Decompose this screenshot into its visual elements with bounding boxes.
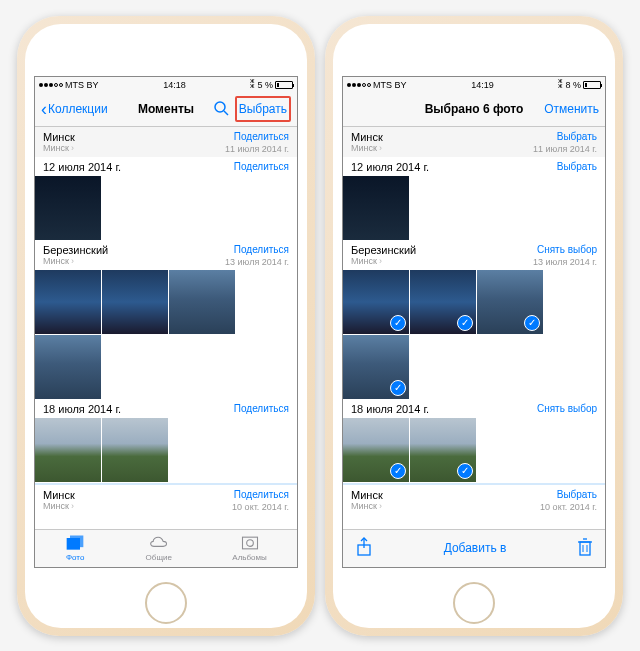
section-header[interactable]: МинскМинск › Выбрать10 окт. 2014 г. [343, 485, 605, 515]
photo-thumbnail[interactable]: ✓ [343, 418, 409, 482]
screen-left: MTS BY 14:18 ⁑ 5 % ‹ Коллекции Моменты В… [34, 76, 298, 568]
select-link[interactable]: Выбрать [533, 131, 597, 142]
checkmark-icon: ✓ [390, 380, 406, 396]
home-button[interactable] [145, 582, 187, 624]
nav-bar: Выбрано 6 фото Отменить [343, 93, 605, 127]
battery-label: 5 % [257, 80, 273, 90]
photo-thumbnail[interactable]: ✓ [410, 270, 476, 334]
section-subtitle: Минск › [43, 143, 75, 153]
section-title: Минск [43, 489, 75, 501]
checkmark-icon: ✓ [457, 463, 473, 479]
deselect-link[interactable]: Снять выбор [537, 403, 597, 414]
photo-thumbnail[interactable]: ✓ [410, 418, 476, 482]
bluetooth-icon: ⁑ [558, 80, 563, 90]
photo-thumbnail[interactable] [169, 270, 235, 334]
section-header[interactable]: МинскМинск › Поделиться10 окт. 2014 г. [35, 485, 297, 515]
section-title: Минск [351, 131, 383, 143]
svg-rect-4 [242, 537, 257, 549]
svg-line-1 [224, 111, 228, 115]
trash-icon[interactable] [577, 537, 593, 560]
section-header[interactable]: 12 июля 2014 г. Поделиться [35, 157, 297, 176]
section-date: 10 окт. 2014 г. [232, 502, 289, 512]
section-title: Минск [43, 131, 75, 143]
chevron-left-icon: ‹ [41, 99, 47, 120]
time-label: 14:19 [471, 80, 494, 90]
tab-photos[interactable]: Фото [65, 534, 85, 562]
checkmark-icon: ✓ [390, 463, 406, 479]
section-subtitle: Минск › [351, 256, 416, 266]
photo-thumbnail[interactable] [35, 270, 101, 334]
photo-thumbnail[interactable] [102, 418, 168, 482]
share-link[interactable]: Поделиться [234, 161, 289, 172]
svg-rect-8 [580, 542, 590, 555]
section-date: 13 июля 2014 г. [225, 257, 289, 267]
albums-icon [240, 534, 260, 552]
cloud-icon [149, 534, 169, 552]
nav-title: Выбрано 6 фото [425, 102, 524, 116]
section-header[interactable]: 18 июля 2014 г. Снять выбор [343, 399, 605, 418]
photo-thumbnail[interactable] [35, 176, 101, 240]
section-subtitle: Минск › [43, 256, 108, 266]
back-button[interactable]: ‹ Коллекции [41, 99, 108, 120]
select-button[interactable]: Выбрать [235, 96, 291, 122]
battery-icon [583, 81, 601, 89]
share-link[interactable]: Поделиться [232, 489, 289, 500]
checkmark-icon: ✓ [524, 315, 540, 331]
carrier-label: MTS BY [373, 80, 407, 90]
bluetooth-icon: ⁑ [250, 80, 255, 90]
section-date: 11 июля 2014 г. [533, 144, 597, 154]
section-title: 18 июля 2014 г. [351, 403, 429, 415]
content[interactable]: МинскМинск › Выбрать11 июля 2014 г. 12 и… [343, 127, 605, 529]
photo-thumbnail[interactable]: ✓ [477, 270, 543, 334]
tab-shared[interactable]: Общие [146, 534, 172, 562]
section-subtitle: Минск › [351, 501, 383, 511]
section-title: 18 июля 2014 г. [43, 403, 121, 415]
svg-point-5 [246, 540, 253, 547]
search-icon[interactable] [213, 100, 229, 118]
photo-thumbnail[interactable] [343, 176, 409, 240]
photo-thumbnail[interactable] [102, 270, 168, 334]
content[interactable]: МинскМинск › Поделиться11 июля 2014 г. 1… [35, 127, 297, 529]
tab-albums[interactable]: Альбомы [232, 534, 266, 562]
battery-icon [275, 81, 293, 89]
tab-label: Общие [146, 553, 172, 562]
section-subtitle: Минск › [351, 143, 383, 153]
tab-label: Фото [66, 553, 84, 562]
section-header[interactable]: МинскМинск › Поделиться11 июля 2014 г. [35, 127, 297, 157]
section-date: 13 июля 2014 г. [533, 257, 597, 267]
addto-button[interactable]: Добавить в [444, 541, 507, 555]
status-bar: MTS BY 14:18 ⁑ 5 % [35, 77, 297, 93]
time-label: 14:18 [163, 80, 186, 90]
share-icon[interactable] [355, 537, 373, 560]
section-title: 12 июля 2014 г. [351, 161, 429, 173]
photos-icon [65, 534, 85, 552]
cancel-button[interactable]: Отменить [544, 102, 599, 116]
checkmark-icon: ✓ [390, 315, 406, 331]
section-header[interactable]: 12 июля 2014 г. Выбрать [343, 157, 605, 176]
section-header[interactable]: БерезинскийМинск › Поделиться13 июля 201… [35, 240, 297, 270]
share-link[interactable]: Поделиться [225, 131, 289, 142]
status-bar: MTS BY 14:19 ⁑ 8 % [343, 77, 605, 93]
signal-icon [347, 83, 371, 87]
section-header[interactable]: 18 июля 2014 г. Поделиться [35, 399, 297, 418]
home-button[interactable] [453, 582, 495, 624]
photo-thumbnail[interactable] [35, 418, 101, 482]
section-date: 11 июля 2014 г. [225, 144, 289, 154]
svg-rect-3 [70, 536, 83, 548]
nav-bar: ‹ Коллекции Моменты Выбрать [35, 93, 297, 127]
photo-thumbnail[interactable]: ✓ [343, 270, 409, 334]
photo-thumbnail[interactable]: ✓ [343, 335, 409, 399]
section-header[interactable]: МинскМинск › Выбрать11 июля 2014 г. [343, 127, 605, 157]
section-title: Березинский [351, 244, 416, 256]
photo-thumbnail[interactable] [35, 335, 101, 399]
share-link[interactable]: Поделиться [225, 244, 289, 255]
share-link[interactable]: Поделиться [234, 403, 289, 414]
deselect-link[interactable]: Снять выбор [533, 244, 597, 255]
select-link[interactable]: Выбрать [557, 161, 597, 172]
section-header[interactable]: БерезинскийМинск › Снять выбор13 июля 20… [343, 240, 605, 270]
select-link[interactable]: Выбрать [540, 489, 597, 500]
section-date: 10 окт. 2014 г. [540, 502, 597, 512]
nav-title: Моменты [138, 102, 194, 116]
signal-icon [39, 83, 63, 87]
svg-point-0 [215, 102, 225, 112]
